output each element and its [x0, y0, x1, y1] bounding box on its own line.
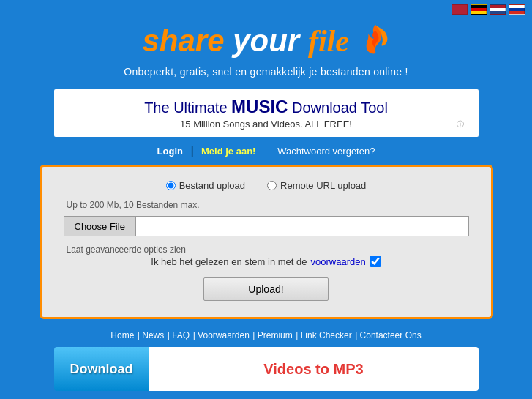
file-input-row: Choose File — [64, 216, 469, 236]
flag-ru[interactable] — [509, 4, 525, 15]
terms-row: Ik heb het gelezen en stem in met de voo… — [64, 256, 469, 267]
footer-home[interactable]: Home — [110, 330, 134, 340]
logo-share: share — [142, 23, 224, 58]
footer-voorwaarden[interactable]: Voorwaarden — [198, 330, 250, 340]
download-btn-text: Download — [70, 362, 133, 377]
bestand-upload-radio[interactable] — [166, 181, 176, 190]
flame-icon — [361, 23, 390, 63]
remote-url-radio[interactable] — [267, 181, 277, 190]
banner-info-icon: ⓘ — [457, 119, 464, 130]
upload-type-row: Bestand upload Remote URL upload — [64, 180, 469, 191]
terms-text: Ik heb het gelezen en stem in met de — [151, 256, 307, 267]
footer-link-checker[interactable]: Link Checker — [301, 330, 352, 340]
register-link[interactable]: Meld je aan! — [201, 146, 255, 157]
nav-links: Login | Meld je aan! Wachtwoord vergeten… — [0, 144, 532, 157]
music-banner[interactable]: The Ultimate MUSIC Download Tool 15 Mill… — [54, 89, 479, 137]
download-button-area[interactable]: Download — [54, 347, 149, 391]
banner-subtitle: 15 Million Songs and Videos. ALL FREE! — [69, 119, 464, 130]
footer-news[interactable]: News — [142, 330, 164, 340]
footer-links: Home | News | FAQ | Voorwaarden | Premiu… — [0, 328, 532, 341]
forgot-password-link[interactable]: Wachtwoord vergeten? — [277, 146, 375, 157]
upload-limit: Up to 200 Mb, 10 Bestanden max. — [67, 200, 469, 210]
flag-us[interactable] — [452, 4, 468, 15]
download-banner[interactable]: Download Videos to MP3 — [54, 347, 479, 391]
file-name-input[interactable] — [135, 216, 469, 236]
remote-url-option[interactable]: Remote URL upload — [267, 180, 366, 191]
logo-area: share your file Onbeperkt, gratis, snel … — [0, 16, 532, 82]
footer-premium[interactable]: Premium — [258, 330, 293, 340]
login-link[interactable]: Login — [157, 146, 183, 157]
footer-faq[interactable]: FAQ — [172, 330, 190, 340]
terms-checkbox[interactable] — [370, 256, 381, 267]
terms-link[interactable]: voorwaarden — [311, 256, 366, 267]
advanced-options-link[interactable]: Laat geavanceerde opties zien — [67, 245, 186, 255]
upload-box: Bestand upload Remote URL upload Up to 2… — [40, 165, 493, 319]
footer-contact[interactable]: Contacteer Ons — [360, 330, 422, 340]
logo-your: your — [233, 23, 308, 58]
flag-bar — [0, 0, 532, 16]
flag-nl[interactable] — [490, 4, 506, 15]
logo-file: file — [308, 24, 349, 58]
upload-button[interactable]: Upload! — [203, 277, 328, 301]
tagline: Onbeperkt, gratis, snel en gemakkelijk j… — [0, 66, 532, 78]
banner-title: The Ultimate MUSIC Download Tool — [69, 97, 464, 117]
upload-btn-row: Upload! — [64, 277, 469, 301]
choose-file-button[interactable]: Choose File — [64, 216, 135, 236]
bestand-upload-option[interactable]: Bestand upload — [166, 180, 245, 191]
download-banner-text: Videos to MP3 — [149, 347, 479, 391]
flag-de[interactable] — [471, 4, 487, 15]
